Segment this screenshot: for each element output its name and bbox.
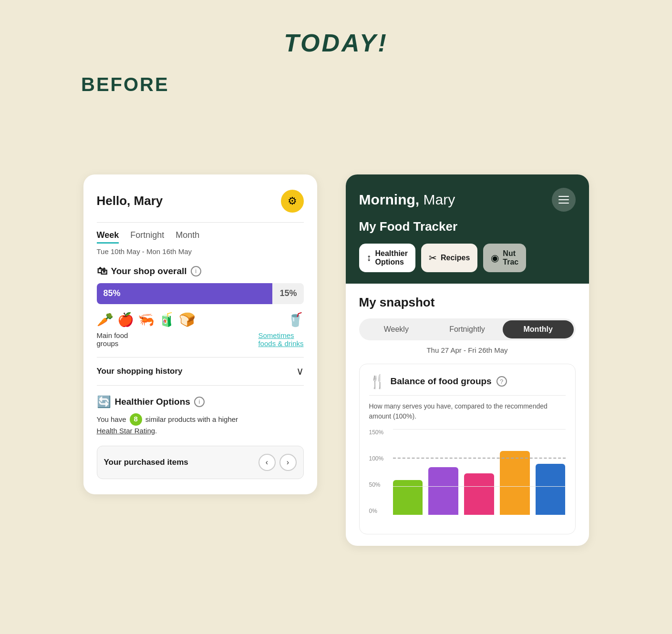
- greeting-bold: Morning,: [359, 192, 420, 207]
- period-tabs-before: Week Fortnight Month: [97, 230, 304, 244]
- today-card: Morning, Mary My Food Tracker ↕: [346, 174, 589, 546]
- feature-tab-healthier[interactable]: ↕ HealthierOptions: [359, 244, 415, 272]
- nav-next-button[interactable]: ›: [279, 454, 297, 471]
- hsr-link[interactable]: Health Star Rating: [97, 427, 155, 435]
- remaining-percent: 15%: [279, 288, 297, 298]
- chart-bars: [393, 429, 566, 524]
- healthier-options-section: 🔄 Healthier Options i You have 8 similar…: [97, 395, 304, 437]
- sometimes-link[interactable]: Sometimesfoods & drinks: [258, 331, 303, 348]
- chart-y-axis: 150% 100% 50% 0%: [369, 429, 384, 524]
- tab-monthly[interactable]: Monthly: [503, 320, 574, 338]
- today-header: Morning, Mary My Food Tracker ↕: [346, 174, 589, 284]
- cards-container: Hello, Mary ⚙ Week Fortnight Month Tue 1…: [45, 174, 627, 546]
- chevron-right-icon: ›: [287, 458, 289, 467]
- bar-5-wrapper: [536, 464, 566, 515]
- grid-line-50: [393, 486, 566, 487]
- shopping-history-label: Your shopping history: [97, 367, 183, 376]
- tab-weekly[interactable]: Weekly: [361, 320, 432, 338]
- chevron-down-icon: ∨: [296, 365, 304, 378]
- bar-1-wrapper: [393, 480, 423, 515]
- period-date: Thu 27 Apr - Fri 26th May: [359, 346, 576, 354]
- info-icon-shop[interactable]: i: [191, 266, 201, 276]
- greeting-name: Mary: [419, 192, 455, 207]
- carrot-icon: 🥕: [97, 312, 114, 327]
- greeting-text: Hello, Mary: [97, 194, 163, 208]
- feature-tab-recipes[interactable]: ✂ Recipes: [421, 244, 477, 272]
- chart-container: 150% 100% 50% 0%: [369, 429, 566, 524]
- healthier-desc: You have 8 similar products with a highe…: [97, 413, 304, 437]
- healthier-desc-after: similar products with a higher: [145, 415, 238, 423]
- healthier-title: Healthier Options: [115, 397, 190, 407]
- before-card: Hello, Mary ⚙ Week Fortnight Month Tue 1…: [83, 174, 317, 495]
- feature-tab-nutrition[interactable]: ◉ NutTrac: [483, 244, 526, 272]
- tab-fortnightly[interactable]: Fortnightly: [432, 320, 503, 338]
- apple-icon: 🍎: [117, 312, 134, 327]
- purchased-items-row: Your purchased items ‹ ›: [97, 446, 304, 479]
- grid-line-150: [393, 429, 566, 429]
- main-food-label: Main foodgroups: [97, 331, 128, 348]
- settings-button[interactable]: ⚙: [281, 190, 304, 213]
- bar-1: [393, 480, 423, 515]
- y-label-0: 0%: [369, 508, 384, 514]
- utensils-icon: ✂: [429, 252, 437, 264]
- food-icons-row: 🥕 🍎 🦐 🧃 🍞 🥤: [97, 312, 304, 327]
- feature-tabs: ↕ HealthierOptions ✂ Recipes ◉ NutTrac: [359, 244, 576, 272]
- period: .: [155, 427, 157, 435]
- shop-overall-section: 🛍 Your shop overall i: [97, 265, 304, 277]
- balance-divider: [369, 395, 566, 396]
- bar-2: [428, 467, 458, 515]
- hamburger-icon: [558, 196, 569, 204]
- shrimp-icon: 🦐: [138, 312, 155, 327]
- header-top: Morning, Mary: [359, 188, 576, 212]
- bar-3: [464, 473, 494, 515]
- food-labels-row: Main foodgroups Sometimesfoods & drinks: [97, 331, 304, 348]
- progress-percent: 85%: [103, 288, 121, 298]
- drink-icon: 🥤: [287, 312, 304, 327]
- y-label-100: 100%: [369, 455, 384, 462]
- utensils-balance-icon: 🍴: [369, 374, 386, 389]
- nav-prev-button[interactable]: ‹: [258, 454, 276, 471]
- page: TODAY! BEFORE Hello, Mary ⚙ Week Fortnig…: [0, 0, 672, 634]
- swap-icon: ↕: [367, 252, 372, 263]
- y-label-50: 50%: [369, 481, 384, 488]
- food-tracker-title: My Food Tracker: [359, 219, 576, 234]
- info-icon-healthier[interactable]: i: [194, 397, 205, 407]
- tab-month[interactable]: Month: [176, 230, 199, 244]
- count-badge: 8: [130, 413, 142, 426]
- bar-2-wrapper: [428, 467, 458, 515]
- shopping-history-row[interactable]: Your shopping history ∨: [97, 357, 304, 386]
- bar-3-wrapper: [464, 473, 494, 515]
- bread-icon: 🍞: [179, 312, 196, 327]
- tab-fortnight[interactable]: Fortnight: [130, 230, 164, 244]
- info-icon-balance[interactable]: ?: [496, 376, 507, 387]
- progress-fill: 85%: [97, 283, 273, 304]
- bar-5: [536, 464, 566, 515]
- juice-icon: 🧃: [158, 312, 175, 327]
- nutrition-tab-label: NutTrac: [503, 249, 518, 266]
- snapshot-title: My snapshot: [359, 295, 576, 310]
- bar-4: [500, 451, 530, 515]
- chevron-left-icon: ‹: [266, 458, 268, 467]
- before-label: BEFORE: [81, 74, 169, 95]
- tab-week[interactable]: Week: [97, 230, 119, 244]
- balance-title: Balance of food groups: [391, 376, 492, 387]
- balance-card: 🍴 Balance of food groups ? How many serv…: [359, 364, 576, 534]
- healthier-title-row: 🔄 Healthier Options i: [97, 395, 304, 409]
- bag-icon: 🛍: [97, 265, 107, 277]
- healthier-icon: 🔄: [97, 395, 111, 409]
- nav-buttons: ‹ ›: [258, 454, 297, 471]
- nutrition-icon: ◉: [491, 252, 499, 264]
- greeting-row: Hello, Mary ⚙: [97, 190, 304, 213]
- divider-1: [97, 222, 304, 223]
- healthier-tab-label: HealthierOptions: [375, 249, 408, 266]
- recipes-tab-label: Recipes: [441, 254, 470, 262]
- greeting-today: Morning, Mary: [359, 192, 455, 208]
- today-label: TODAY!: [284, 29, 388, 57]
- healthier-desc-before: You have: [97, 415, 126, 423]
- balance-header: 🍴 Balance of food groups ?: [369, 374, 566, 389]
- date-range: Tue 10th May - Mon 16th May: [97, 247, 304, 256]
- menu-button[interactable]: [552, 188, 576, 212]
- today-body: My snapshot Weekly Fortnightly Monthly T…: [346, 284, 589, 546]
- balance-desc: How many serves you have, compared to th…: [369, 401, 566, 421]
- bar-4-wrapper: [500, 451, 530, 515]
